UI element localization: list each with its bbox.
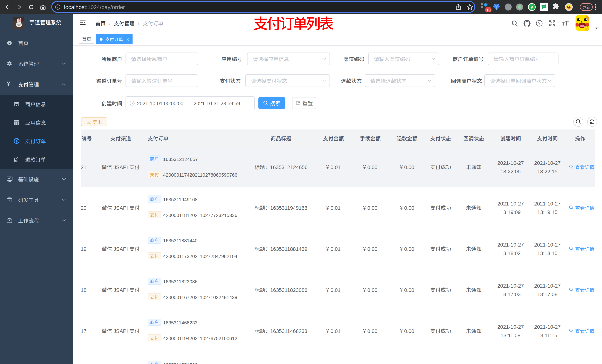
svg-text:y: y: [531, 4, 533, 10]
svg-text:?: ?: [538, 21, 540, 26]
